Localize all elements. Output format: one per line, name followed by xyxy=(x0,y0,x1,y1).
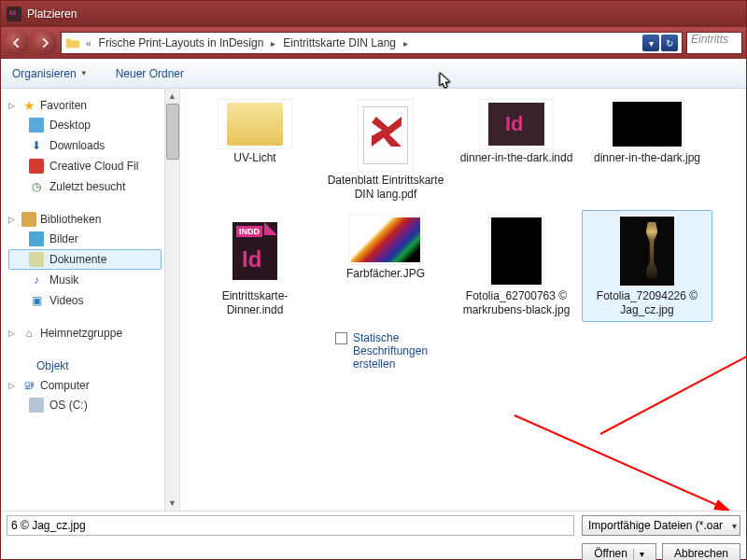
image-thumb xyxy=(491,217,542,285)
indd-icon xyxy=(233,222,277,280)
sidebar-item-documents[interactable]: Dokumente xyxy=(8,249,162,270)
file-item[interactable]: Farbfächer.JPG xyxy=(320,210,451,322)
folder-icon xyxy=(227,103,283,146)
file-name: UV-Licht xyxy=(233,151,275,165)
library-icon xyxy=(21,212,36,227)
forward-button[interactable] xyxy=(33,31,57,55)
chevron-right-icon: ▸ xyxy=(269,38,277,49)
file-item-selected[interactable]: Fotolia_72094226 © Jag_cz.jpg xyxy=(582,210,712,322)
path-dropdown-button[interactable]: ▾ xyxy=(642,35,659,51)
sidebar-item-music[interactable]: ♪Musik xyxy=(8,270,162,290)
sidebar-item-pictures[interactable]: Bilder xyxy=(8,229,162,249)
documents-icon xyxy=(29,252,44,267)
file-item[interactable]: Datenblatt Eintrittskarte DIN lang.pdf xyxy=(320,94,451,206)
file-name: Eintrittskarte-Dinner.indd xyxy=(194,289,316,317)
new-folder-button[interactable]: Neuer Ordner xyxy=(116,67,184,80)
pdf-icon xyxy=(363,106,408,164)
static-captions-row: Statische Beschriftungen erstellen xyxy=(180,328,746,374)
file-name: Datenblatt Eintrittskarte DIN lang.pdf xyxy=(325,174,446,202)
path-seg-1[interactable]: Eintrittskarte DIN Lang xyxy=(281,36,398,49)
videos-icon: ▣ xyxy=(29,293,44,308)
file-item[interactable]: dinner-in-the-dark.jpg xyxy=(582,94,712,206)
refresh-button[interactable]: ↻ xyxy=(661,35,678,51)
music-icon: ♪ xyxy=(29,273,44,287)
file-item[interactable]: UV-Licht xyxy=(190,94,320,206)
filename-input[interactable]: 6 © Jag_cz.jpg xyxy=(7,515,574,536)
scroll-down-icon[interactable]: ▼ xyxy=(165,496,179,511)
sidebar-item-creative-cloud[interactable]: Creative Cloud Fil xyxy=(8,156,162,176)
desktop-icon xyxy=(29,118,44,133)
objekt-link[interactable]: Objekt xyxy=(8,356,162,376)
download-icon: ⬇ xyxy=(29,138,44,153)
app-icon xyxy=(7,7,21,21)
sidebar-item-desktop[interactable]: Desktop xyxy=(8,115,162,135)
recent-icon: ◷ xyxy=(29,179,44,194)
image-thumb xyxy=(620,217,674,286)
file-name: Farbfächer.JPG xyxy=(346,267,425,281)
sidebar-item-downloads[interactable]: ⬇Downloads xyxy=(8,135,162,156)
file-pane: UV-Licht Datenblatt Eintrittskarte DIN l… xyxy=(180,89,746,511)
static-captions-label: Statische Beschriftungen erstellen xyxy=(353,331,456,371)
drive-icon xyxy=(29,398,44,413)
pictures-icon xyxy=(29,231,44,246)
chevron-right-icon: ▸ xyxy=(402,38,410,49)
toolbar: Organisieren▼ Neuer Ordner xyxy=(1,59,746,89)
sidebar-item-videos[interactable]: ▣Videos xyxy=(8,290,162,311)
file-filter-combo[interactable]: Importfähige Dateien (*.oar xyxy=(582,515,740,536)
sidebar-group-favorites[interactable]: ▷★Favoriten xyxy=(8,96,162,115)
open-button[interactable]: Öffnen xyxy=(582,543,656,560)
organize-menu[interactable]: Organisieren▼ xyxy=(12,67,88,80)
creative-cloud-icon xyxy=(29,159,44,174)
static-captions-checkbox[interactable] xyxy=(335,332,347,344)
title-bar: Platzieren xyxy=(1,1,746,27)
file-name: dinner-in-the-dark.indd xyxy=(460,151,573,165)
sidebar-item-recent[interactable]: ◷Zuletzt besucht xyxy=(8,176,162,197)
search-input[interactable]: Eintritts xyxy=(686,32,742,54)
sidebar-group-libraries[interactable]: ▷Bibliotheken xyxy=(8,210,162,229)
file-item[interactable]: dinner-in-the-dark.indd xyxy=(451,94,582,206)
history-chevron-icon[interactable]: « xyxy=(84,38,93,49)
star-icon: ★ xyxy=(21,98,36,113)
filename-row: 6 © Jag_cz.jpg Importfähige Dateien (*.o… xyxy=(1,511,746,539)
sidebar-group-homegroup[interactable]: ▷⌂Heimnetzgruppe xyxy=(8,324,162,343)
back-button[interactable] xyxy=(5,31,29,55)
computer-icon: 🖳 xyxy=(21,378,36,393)
folder-icon xyxy=(65,36,80,49)
file-name: Fotolia_72094226 © Jag_cz.jpg xyxy=(586,289,708,317)
nav-row: « Frische Print-Layouts in InDesign ▸ Ei… xyxy=(1,27,746,59)
file-name: Fotolia_62700763 © markrubens-black.jpg xyxy=(456,289,577,317)
path-bar[interactable]: « Frische Print-Layouts in InDesign ▸ Ei… xyxy=(61,32,683,54)
scroll-up-icon[interactable]: ▲ xyxy=(165,89,179,104)
annotation-arrow xyxy=(507,408,746,511)
sidebar-group-computer[interactable]: ▷🖳Computer xyxy=(8,376,162,395)
homegroup-icon: ⌂ xyxy=(21,326,36,341)
window-title: Platzieren xyxy=(27,7,77,21)
image-thumb xyxy=(351,217,420,262)
cancel-button[interactable]: Abbrechen xyxy=(662,543,740,560)
path-seg-0[interactable]: Frische Print-Layouts in InDesign xyxy=(97,36,266,49)
file-item[interactable]: Fotolia_62700763 © markrubens-black.jpg xyxy=(451,210,582,322)
sidebar-scrollbar[interactable]: ▲ ▼ xyxy=(164,89,179,511)
image-thumb xyxy=(613,102,682,147)
sidebar-item-os-c[interactable]: OS (C:) xyxy=(8,395,162,415)
file-name: dinner-in-the-dark.jpg xyxy=(594,151,700,165)
file-item[interactable]: Eintrittskarte-Dinner.indd xyxy=(190,210,320,322)
svg-line-1 xyxy=(514,415,729,511)
sidebar: ▷★Favoriten Desktop ⬇Downloads Creative … xyxy=(1,89,180,511)
indd-icon xyxy=(488,103,544,146)
scroll-thumb[interactable] xyxy=(166,104,179,160)
